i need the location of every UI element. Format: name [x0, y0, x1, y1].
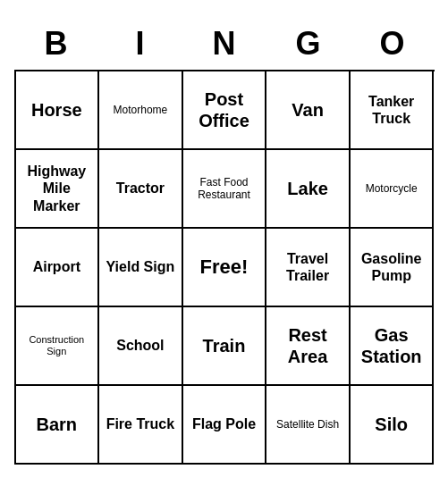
cell-text-r3-c3: Rest Area [270, 324, 345, 367]
cell-r4-c4: Silo [351, 386, 435, 465]
cell-text-r2-c4: Gasoline Pump [354, 250, 429, 284]
cell-r1-c0: Highway Mile Marker [16, 150, 100, 229]
cell-text-r0-c2: Post Office [187, 88, 262, 131]
cell-r0-c4: Tanker Truck [351, 71, 435, 150]
cell-r1-c1: Tractor [99, 150, 183, 229]
cell-r2-c1: Yield Sign [99, 229, 183, 307]
cell-text-r1-c3: Lake [287, 178, 328, 199]
cell-text-r1-c1: Tractor [116, 180, 165, 197]
cell-text-r4-c4: Silo [375, 414, 408, 435]
cell-r1-c3: Lake [266, 150, 351, 229]
bingo-header: BINGO [14, 21, 435, 66]
bingo-letter-o: O [351, 21, 435, 66]
bingo-letter-g: G [266, 21, 351, 66]
cell-text-r3-c4: Gas Station [354, 324, 429, 367]
cell-r0-c2: Post Office [183, 71, 267, 150]
cell-text-r3-c0: Construction Sign [20, 334, 95, 357]
cell-text-r1-c2: Fast Food Restaurant [187, 176, 262, 202]
cell-text-r2-c0: Airport [33, 258, 80, 275]
cell-text-r4-c2: Flag Pole [192, 415, 256, 432]
cell-r0-c0: Horse [16, 71, 100, 150]
cell-text-r2-c1: Yield Sign [106, 258, 175, 275]
cell-text-r0-c0: Horse [31, 99, 82, 121]
cell-text-r1-c4: Motorcycle [366, 182, 418, 195]
cell-r1-c2: Fast Food Restaurant [183, 150, 267, 229]
cell-r0-c1: Motorhome [99, 71, 183, 150]
cell-r3-c0: Construction Sign [16, 307, 100, 386]
cell-r2-c3: Travel Trailer [266, 229, 351, 307]
cell-r0-c3: Van [266, 71, 351, 150]
cell-r3-c2: Train [183, 307, 267, 386]
cell-text-r4-c1: Fire Truck [106, 415, 174, 432]
bingo-letter-i: I [98, 21, 182, 66]
cell-text-r0-c3: Van [292, 99, 324, 121]
cell-r2-c2: Free! [183, 229, 267, 307]
bingo-grid: HorseMotorhomePost OfficeVanTanker Truck… [14, 70, 435, 465]
cell-r4-c1: Fire Truck [99, 386, 183, 465]
cell-r1-c4: Motorcycle [351, 150, 435, 229]
cell-r3-c4: Gas Station [351, 307, 435, 386]
cell-text-r3-c1: School [116, 337, 164, 354]
cell-text-r1-c0: Highway Mile Marker [20, 163, 95, 214]
cell-r4-c0: Barn [16, 386, 100, 465]
cell-r4-c2: Flag Pole [183, 386, 267, 465]
bingo-letter-b: B [14, 21, 98, 66]
cell-text-r2-c2: Free! [200, 256, 249, 279]
bingo-letter-n: N [182, 21, 266, 66]
cell-r3-c1: School [99, 307, 183, 386]
cell-text-r4-c0: Barn [37, 414, 78, 435]
cell-text-r2-c3: Travel Trailer [270, 250, 345, 284]
cell-text-r0-c4: Tanker Truck [354, 93, 429, 127]
cell-r2-c4: Gasoline Pump [351, 229, 435, 307]
cell-text-r0-c1: Motorhome [114, 104, 168, 116]
cell-r4-c3: Satellite Dish [266, 386, 351, 465]
cell-text-r3-c2: Train [203, 335, 246, 356]
bingo-card: BINGO HorseMotorhomePost OfficeVanTanker… [5, 13, 444, 473]
cell-r2-c0: Airport [16, 229, 100, 307]
cell-text-r4-c3: Satellite Dish [276, 418, 339, 431]
cell-r3-c3: Rest Area [266, 307, 351, 386]
